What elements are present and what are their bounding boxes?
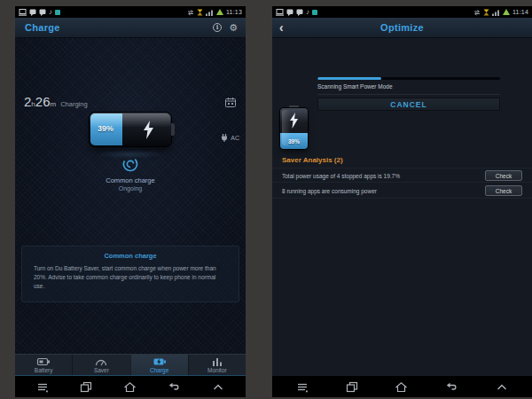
left-phone-screen: ♪ 11:13 Charge i ⚙ 2h26mCharging (15, 6, 246, 397)
check-button[interactable]: Check (485, 170, 522, 181)
page-title: Optimize (272, 22, 532, 33)
status-bar: ♪ 11:13 (15, 6, 246, 18)
battery-terminal (171, 123, 175, 136)
optimize-content: Scanning Smart Power Mode CANCEL 39% Sav… (272, 38, 532, 376)
tab-monitor-label: Monitor (207, 367, 227, 373)
charge-status-label: Ongoing (15, 185, 246, 192)
music-note-icon: ♪ (49, 9, 52, 16)
battery-charging-icon (503, 9, 510, 15)
app-notification-icon (312, 10, 317, 15)
charge-mode-label: Common charge (15, 176, 246, 184)
lightning-bolt-icon (143, 121, 154, 139)
home-icon[interactable] (395, 381, 408, 393)
charging-duration: 2h26mCharging (24, 94, 88, 110)
scan-progress-bar (317, 77, 500, 80)
power-source: AC (221, 134, 239, 142)
back-icon[interactable] (168, 381, 181, 393)
sync-icon (473, 9, 481, 16)
analysis-row-text: 8 running apps are consuming power (282, 188, 377, 194)
monitor-tab-icon (210, 357, 224, 366)
saver-analysis-title: Saver Analysis (2) (282, 156, 343, 164)
battery-tab-icon (36, 357, 51, 366)
signal-icon (492, 9, 500, 16)
tab-saver-label: Saver (94, 367, 109, 373)
status-bar: ♪ 11:14 (272, 6, 532, 18)
right-phone-screen: ♪ 11:14 ‹ Optimize Scanning Smart Power … (272, 6, 532, 397)
page-title: Charge (25, 22, 60, 33)
check-button[interactable]: Check (485, 185, 522, 196)
history-calendar-icon[interactable] (225, 95, 236, 111)
info-box-body: Turn on Du Battery Saver, start common c… (34, 264, 227, 291)
charging-spinner-icon (121, 155, 139, 176)
tab-monitor[interactable]: Monitor (188, 355, 246, 375)
menu-icon[interactable] (296, 381, 309, 393)
tab-charge[interactable]: Charge (130, 355, 188, 375)
analysis-row: Total power usage of 4 stopped apps is 1… (272, 168, 532, 183)
divider (317, 94, 500, 95)
hourglass-icon (483, 9, 489, 16)
android-nav-bar (15, 376, 246, 397)
analysis-row: 8 running apps are consuming power Check (272, 184, 532, 199)
charge-content: 2h26mCharging 39% AC Common char (15, 38, 246, 354)
message-icon (39, 9, 46, 16)
scan-status-text: Scanning Smart Power Mode (317, 83, 393, 90)
common-charge-info-box: Common charge Turn on Du Battery Saver, … (21, 246, 239, 302)
tab-charge-label: Charge (150, 367, 168, 373)
back-arrow-icon[interactable]: ‹ (279, 21, 284, 34)
bottom-tab-bar: Battery Saver Charge Monitor (15, 354, 246, 376)
android-nav-bar (272, 376, 532, 397)
battery-percent-label: 39% (98, 124, 113, 133)
clock: 11:14 (512, 9, 528, 15)
duration-minutes: 26 (35, 94, 51, 109)
lightning-bolt-icon (289, 113, 299, 129)
sync-icon (187, 9, 194, 16)
saver-tab-icon (94, 357, 108, 366)
clock: 11:13 (226, 9, 242, 15)
app-header: ‹ Optimize (272, 18, 532, 38)
screenshot-icon (276, 9, 284, 16)
recents-icon[interactable] (80, 381, 92, 393)
charging-label: Charging (60, 100, 87, 108)
message-icon (296, 9, 303, 16)
app-notification-icon (55, 10, 60, 15)
plug-icon (221, 134, 228, 142)
recents-icon[interactable] (346, 381, 358, 393)
music-note-icon: ♪ (306, 9, 309, 16)
menu-icon[interactable] (36, 381, 49, 393)
gear-icon[interactable]: ⚙ (229, 23, 238, 33)
battery-charging-icon (216, 9, 223, 15)
battery-graphic: 39% (280, 106, 308, 149)
info-icon[interactable]: i (213, 23, 222, 32)
cancel-button[interactable]: CANCEL (317, 98, 500, 111)
chevron-up-icon[interactable] (496, 381, 508, 393)
analysis-row-text: Total power usage of 4 stopped apps is 1… (282, 173, 400, 179)
chevron-up-icon[interactable] (212, 381, 224, 393)
screenshot-collage: ♪ 11:13 Charge i ⚙ 2h26mCharging (0, 0, 532, 399)
tab-saver[interactable]: Saver (72, 355, 129, 375)
chat-icon (286, 9, 293, 16)
back-icon[interactable] (445, 381, 458, 393)
screenshot-icon (19, 9, 27, 16)
signal-icon (206, 9, 214, 16)
info-box-title: Common charge (34, 252, 227, 260)
tab-battery-label: Battery (35, 367, 53, 373)
tab-battery[interactable]: Battery (15, 355, 72, 375)
minutes-unit: m (50, 100, 56, 108)
chat-icon (29, 9, 36, 16)
scan-progress-fill (317, 77, 381, 80)
battery-graphic: 39% (90, 113, 171, 146)
hourglass-icon (197, 9, 203, 16)
app-header: Charge i ⚙ (15, 18, 246, 38)
home-icon[interactable] (123, 381, 137, 393)
power-source-label: AC (231, 135, 239, 141)
charge-tab-icon (153, 357, 167, 366)
